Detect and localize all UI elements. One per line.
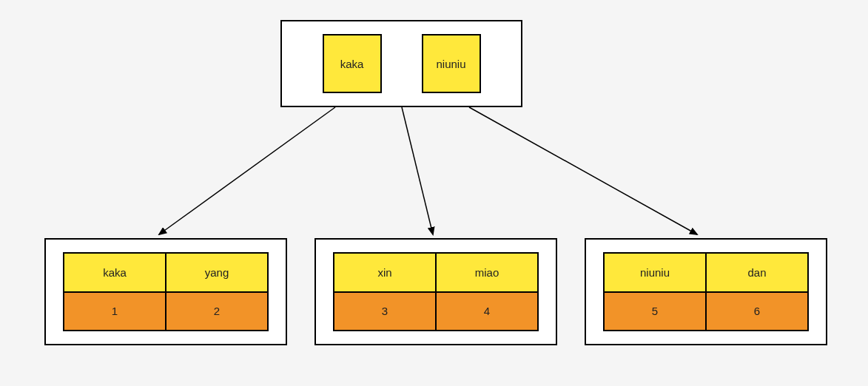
- diagram-canvas: kaka niuniu kaka yang 1 2 xin miao 3: [0, 0, 868, 386]
- arrow-group: [159, 107, 697, 234]
- leaf-table: kaka yang 1 2: [63, 252, 269, 331]
- leaf-header-cell: miao: [436, 253, 538, 292]
- leaf-value-cell: 5: [604, 292, 706, 331]
- leaf-header-cell: dan: [706, 253, 808, 292]
- leaf-table: niuniu dan 5 6: [603, 252, 809, 331]
- root-tag-label: kaka: [340, 58, 364, 70]
- leaf-value-cell: 6: [706, 292, 808, 331]
- leaf-node: kaka yang 1 2: [44, 238, 287, 345]
- leaf-value-cell: 3: [334, 292, 436, 331]
- leaf-value-cell: 1: [64, 292, 166, 331]
- root-tag: niuniu: [422, 34, 481, 93]
- arrow: [159, 107, 335, 234]
- root-tag-label: niuniu: [436, 58, 465, 70]
- leaf-value-cell: 4: [436, 292, 538, 331]
- leaf-node: xin miao 3 4: [314, 238, 557, 345]
- root-tag: kaka: [323, 34, 382, 93]
- leaf-header-cell: niuniu: [604, 253, 706, 292]
- leaf-node: niuniu dan 5 6: [585, 238, 827, 345]
- root-node: kaka niuniu: [280, 20, 522, 107]
- leaf-header-cell: xin: [334, 253, 436, 292]
- leaf-header-cell: yang: [166, 253, 268, 292]
- leaf-value-cell: 2: [166, 292, 268, 331]
- leaf-header-cell: kaka: [64, 253, 166, 292]
- leaf-table: xin miao 3 4: [333, 252, 539, 331]
- arrow: [402, 107, 433, 234]
- arrow: [469, 107, 697, 234]
